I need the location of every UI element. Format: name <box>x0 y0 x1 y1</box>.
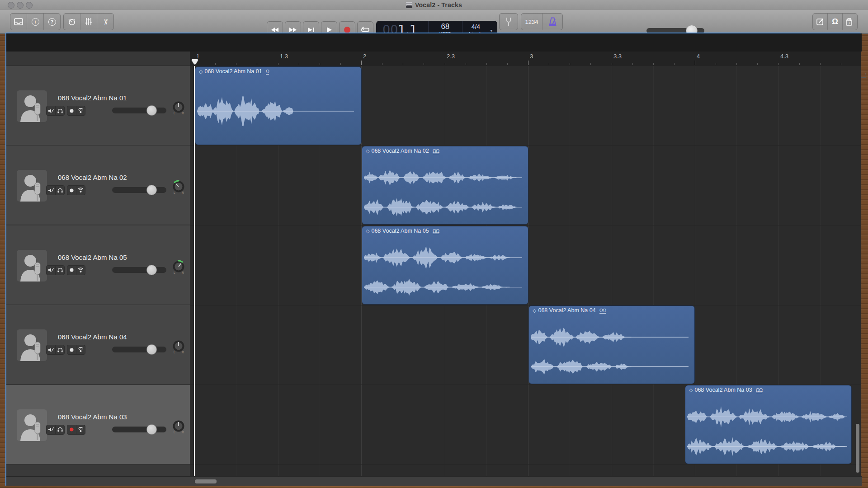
media-browser-icon: ♪ <box>846 18 854 26</box>
input-monitor-button[interactable] <box>76 345 85 354</box>
solo-button[interactable] <box>56 266 64 275</box>
waveform-centerline <box>364 207 522 207</box>
track-name[interactable]: 068 Vocal2 Abm Na 02 <box>58 174 127 181</box>
audio-region[interactable]: ◇068 Vocal2 Abm Na 01Ω <box>195 66 362 145</box>
media-browser-button[interactable]: ♪ <box>843 14 857 30</box>
audio-region[interactable]: ◇068 Vocal2 Abm Na 03ΩΩ <box>685 385 852 464</box>
track-avatar <box>17 170 47 202</box>
track-header[interactable]: 068 Vocal2 Abm Na 05LR <box>6 225 190 305</box>
library-button[interactable] <box>10 14 27 30</box>
inspector-button[interactable]: i <box>27 14 44 30</box>
flex-marker-icon: ◇ <box>689 387 693 393</box>
waveform-centerline <box>364 287 522 287</box>
track-name[interactable]: 068 Vocal2 Abm Na 05 <box>58 253 127 261</box>
follow-tempo-icon: ΩΩ <box>756 387 762 393</box>
audio-region[interactable]: ◇068 Vocal2 Abm Na 05ΩΩ <box>362 226 528 305</box>
forward-icon <box>289 27 297 33</box>
mute-button[interactable] <box>47 345 56 354</box>
record-input-group <box>67 425 85 435</box>
pan-knob-graphic: LR <box>172 260 185 274</box>
waveform-centerline <box>364 178 522 178</box>
input-monitor-button[interactable] <box>76 266 85 275</box>
ruler-tick <box>340 63 341 65</box>
track-name[interactable]: 068 Vocal2 Abm Na 01 <box>58 94 127 102</box>
mute-button[interactable] <box>47 266 56 275</box>
track-volume-knob[interactable] <box>146 424 157 435</box>
record-enable-button[interactable] <box>67 425 76 434</box>
track-name[interactable]: 068 Vocal2 Abm Na 03 <box>58 413 127 421</box>
record-enable-button[interactable] <box>67 345 76 354</box>
ruler-tick <box>299 63 299 65</box>
svg-text:R: R <box>182 112 184 115</box>
track-volume-knob[interactable] <box>146 265 157 275</box>
arrangement-area[interactable]: ◇068 Vocal2 Abm Na 01Ω◇068 Vocal2 Abm Na… <box>190 66 861 476</box>
track-volume-knob[interactable] <box>146 344 157 355</box>
record-enable-button[interactable] <box>67 186 76 195</box>
track-header[interactable]: 068 Vocal2 Abm Na 01LR <box>6 66 190 145</box>
mute-solo-group <box>46 425 65 435</box>
pan-knob[interactable]: LR <box>172 419 185 434</box>
smart-controls-button[interactable] <box>64 14 80 30</box>
knob-icon <box>68 18 76 26</box>
pan-knob[interactable]: LR <box>172 260 185 274</box>
follow-tempo-icon: ΩΩ <box>599 308 606 314</box>
audio-region[interactable]: ◇068 Vocal2 Abm Na 02ΩΩ <box>362 146 528 225</box>
pan-knob[interactable]: LR <box>172 100 185 115</box>
mute-button[interactable] <box>47 106 56 115</box>
loop-browser-button[interactable]: Ω <box>828 14 843 30</box>
vocalist-mic-image <box>17 329 47 361</box>
track-header[interactable]: 068 Vocal2 Abm Na 04LR <box>6 305 190 385</box>
input-monitor-icon <box>78 108 84 113</box>
ruler-tick <box>278 63 278 65</box>
svg-text:R: R <box>182 431 184 434</box>
track-header[interactable]: 068 Vocal2 Abm Na 02LR <box>6 145 190 225</box>
notepad-button[interactable] <box>813 14 828 30</box>
audio-region[interactable]: ◇068 Vocal2 Abm Na 04ΩΩ <box>528 305 695 384</box>
track-volume-slider[interactable] <box>112 267 166 273</box>
playhead-line[interactable] <box>194 66 195 476</box>
count-in-button[interactable]: 1234 <box>521 14 542 30</box>
horizontal-scrollbar[interactable] <box>195 479 217 483</box>
mixer-button[interactable] <box>80 14 97 30</box>
track-volume-slider[interactable] <box>112 187 166 193</box>
loop-icon: Ω <box>832 17 838 26</box>
pan-knob-graphic: LR <box>172 419 185 434</box>
track-volume-knob[interactable] <box>146 185 157 195</box>
track-volume-slider[interactable] <box>112 347 166 352</box>
vocalist-mic-image <box>17 170 47 202</box>
waveform-centerline <box>531 337 689 338</box>
record-input-group <box>67 345 85 355</box>
track-volume-slider[interactable] <box>112 427 166 432</box>
mute-icon <box>48 427 54 432</box>
metronome-button[interactable] <box>542 14 562 30</box>
mute-button[interactable] <box>47 186 56 195</box>
mute-icon <box>48 188 54 193</box>
record-enable-button[interactable] <box>67 266 76 275</box>
help-icon: ? <box>48 18 56 26</box>
grid-line <box>653 66 654 476</box>
track-volume-knob[interactable] <box>146 105 157 116</box>
solo-button[interactable] <box>56 345 64 354</box>
region-label: ◇068 Vocal2 Abm Na 04ΩΩ <box>533 307 606 314</box>
editors-button[interactable]: ✂ <box>97 14 113 30</box>
record-enable-button[interactable] <box>67 106 76 115</box>
input-monitor-button[interactable] <box>76 425 85 434</box>
track-header[interactable]: 068 Vocal2 Abm Na 03LR <box>6 385 190 465</box>
mute-button[interactable] <box>47 425 56 434</box>
solo-button[interactable] <box>56 106 64 115</box>
quick-help-button[interactable]: ? <box>44 14 60 30</box>
input-monitor-button[interactable] <box>76 106 85 115</box>
solo-button[interactable] <box>56 186 64 195</box>
playhead-handle[interactable] <box>190 59 199 68</box>
vertical-scrollbar[interactable] <box>856 424 859 473</box>
region-label: ◇068 Vocal2 Abm Na 01Ω <box>199 68 269 75</box>
tuner-button[interactable] <box>499 13 518 30</box>
timeline-ruler[interactable]: 11.322.333.344.3 <box>190 52 861 67</box>
track-volume-slider[interactable] <box>112 108 166 113</box>
pan-knob[interactable]: LR <box>172 180 185 194</box>
track-name[interactable]: 068 Vocal2 Abm Na 04 <box>58 333 127 341</box>
solo-button[interactable] <box>56 425 64 434</box>
pan-knob[interactable]: LR <box>172 339 185 354</box>
ruler-tick <box>695 61 695 65</box>
input-monitor-button[interactable] <box>76 186 85 195</box>
